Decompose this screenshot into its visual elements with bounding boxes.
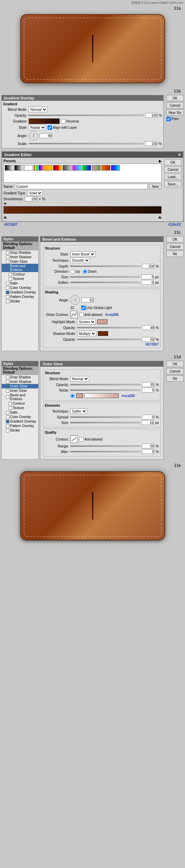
opacity-input[interactable]: 100 [145,113,157,118]
smoothness-input[interactable] [25,196,37,201]
outer-glow-checkbox-og[interactable] [6,385,9,388]
highlight-swatch[interactable] [97,319,107,324]
og-anti-aliased-checkbox[interactable] [79,437,84,442]
og-jitter-slider[interactable] [70,451,141,452]
stop-left[interactable] [3,216,7,219]
drop-shadow-checkbox-og[interactable] [6,376,9,379]
styles-item-inner-glow-og[interactable]: Inner Glow [2,388,38,393]
og-range-input[interactable] [142,444,154,449]
og-new-button[interactable]: Ne [166,375,184,382]
preset-swatch-8[interactable] [72,165,81,171]
pattern-overlay-checkbox-bevel[interactable] [6,295,9,299]
angle-dial[interactable] [29,131,38,141]
inner-shadow-checkbox-bevel[interactable] [6,255,9,259]
satin-checkbox-og[interactable] [6,411,9,414]
direction-up-radio[interactable] [70,269,75,274]
og-jitter-input[interactable] [142,449,154,454]
size-slider[interactable] [70,276,140,278]
new-gradient-button[interactable]: New [149,184,162,189]
style-select[interactable]: Radial [29,125,46,130]
preset-swatch-5[interactable] [43,165,52,171]
shadow-mode-select[interactable]: Multiply [77,331,96,336]
contour-thumbnail[interactable] [70,311,78,318]
gradient-cancel-button[interactable]: Cancel [164,166,182,173]
depth-slider[interactable] [70,266,141,267]
direction-up[interactable]: Up [70,269,80,274]
bevel-emboss-checkbox[interactable] [6,266,9,270]
global-light-checkbox[interactable] [81,306,86,310]
styles-item-satin-bevel[interactable]: Satin [2,281,38,286]
be-style-select[interactable]: Inner Bevel [70,251,95,257]
be-new-button[interactable]: Ne [166,251,184,257]
highlight-opacity-input[interactable] [142,325,154,330]
size-input[interactable] [141,274,154,279]
blending-options-og[interactable]: Blending Options: Default [2,366,38,375]
og-opacity-input[interactable] [142,382,154,387]
styles-item-bevel-emboss[interactable]: Bevel and Emboss [2,264,38,272]
preview-checkbox[interactable] [166,117,171,121]
inner-glow-checkbox-og[interactable] [6,389,9,393]
align-layer-checkbox[interactable] [48,125,52,130]
inner-shadow-checkbox-og[interactable] [6,380,9,384]
styles-item-color-overlay-og[interactable]: Color Overlay [2,415,38,419]
styles-item-outer-glow-bevel[interactable]: Outer Glow [2,259,38,264]
outer-glow-checkbox-bevel[interactable] [6,260,9,263]
gradient-load-button[interactable]: Load... [164,174,182,180]
stroke-checkbox-bevel[interactable] [6,300,9,303]
presets-arrow[interactable]: ▶ [159,159,162,163]
scale-slider[interactable] [29,143,144,144]
styles-item-gradient-overlay-bevel[interactable]: Gradient Overlay [2,290,38,295]
direction-down-radio[interactable] [83,269,87,274]
og-blend-mode-select[interactable]: Normal [70,376,89,382]
gradient-save-button[interactable]: Save... [164,181,182,187]
contour-checkbox-og[interactable] [9,402,12,405]
og-cancel-button[interactable]: Cancel [166,368,184,374]
styles-item-texture-bevel[interactable]: Texture [2,277,38,281]
smoothness-plus[interactable]: + [39,197,41,201]
og-spread-slider[interactable] [70,416,141,418]
preset-swatch-2[interactable] [14,165,23,171]
og-ok-button[interactable]: OK [166,361,184,367]
be-angle-input[interactable] [81,298,94,302]
be-angle-dial[interactable] [70,295,80,305]
blend-mode-select[interactable]: Normal [29,107,48,112]
og-size-input[interactable] [141,420,154,425]
top-stop-left[interactable] [3,203,7,205]
styles-item-pattern-overlay-og[interactable]: Pattern Overlay [2,424,38,428]
styles-item-inner-shadow-bevel[interactable]: Inner Shadow [2,255,38,259]
styles-item-color-overlay-bevel[interactable]: Color Overlay [2,286,38,290]
preset-swatch-9[interactable] [82,165,91,171]
highlight-opacity-slider[interactable] [77,327,141,328]
direction-down[interactable]: Down [83,269,97,274]
shadow-swatch[interactable] [98,331,108,336]
bevel-checkbox-og[interactable] [6,395,9,399]
be-cancel-button[interactable]: Cancel [166,243,184,250]
reverse-checkbox[interactable] [61,119,65,124]
styles-item-contour-bevel[interactable]: Contour [2,272,38,277]
gradient-overlay-checkbox-og[interactable] [6,420,9,423]
preset-swatch-3[interactable] [24,165,33,171]
preset-swatch-1[interactable] [5,165,14,171]
stop-right[interactable] [158,216,162,219]
og-noise-slider[interactable] [70,389,141,391]
ok-button[interactable]: OK [166,95,184,101]
og-technique-select[interactable]: Softer [70,408,87,414]
satin-checkbox-bevel[interactable] [6,282,9,285]
be-technique-select[interactable]: Smooth [70,258,90,263]
styles-item-contour-og[interactable]: Contour [2,401,38,406]
og-color-radio[interactable] [70,394,75,398]
og-contour-thumbnail[interactable] [70,435,78,443]
soften-slider[interactable] [70,282,140,283]
scale-input[interactable] [145,141,157,146]
styles-item-inner-shadow-og[interactable]: Inner Shadow [2,379,38,384]
preset-swatch-4[interactable] [34,165,43,171]
styles-item-outer-glow-active[interactable]: Outer Glow [2,384,38,388]
preset-swatch-6[interactable] [53,165,62,171]
styles-item-drop-shadow-bevel[interactable]: Drop Shadow [2,250,38,255]
opacity-slider[interactable] [29,115,144,116]
og-opacity-slider[interactable] [70,384,141,385]
pattern-overlay-checkbox-og[interactable] [6,424,9,428]
gradient-overlay-checkbox-bevel[interactable] [6,291,9,294]
styles-item-bevel-og[interactable]: Bevel and Emboss [2,393,38,401]
contour-checkbox-bevel[interactable] [9,273,12,276]
